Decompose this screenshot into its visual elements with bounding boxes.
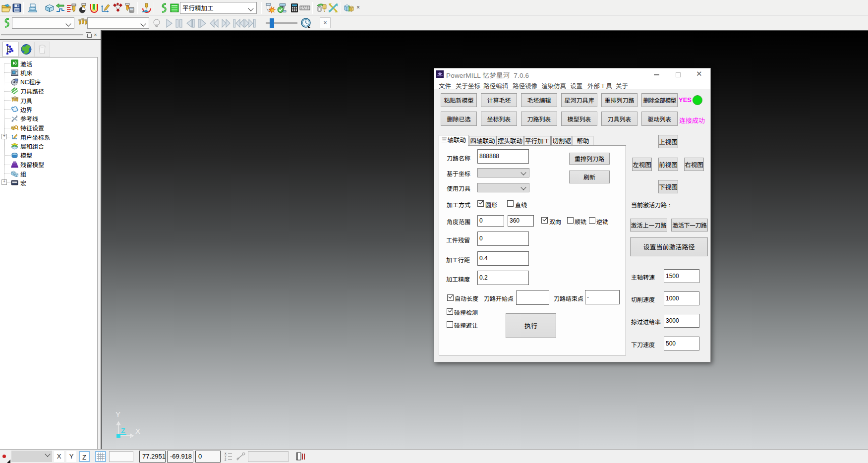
svg-text:Z: Z xyxy=(225,458,227,461)
svg-text:Y: Y xyxy=(116,410,120,418)
svg-text:X: X xyxy=(135,427,140,435)
svg-text:Z: Z xyxy=(121,427,125,435)
